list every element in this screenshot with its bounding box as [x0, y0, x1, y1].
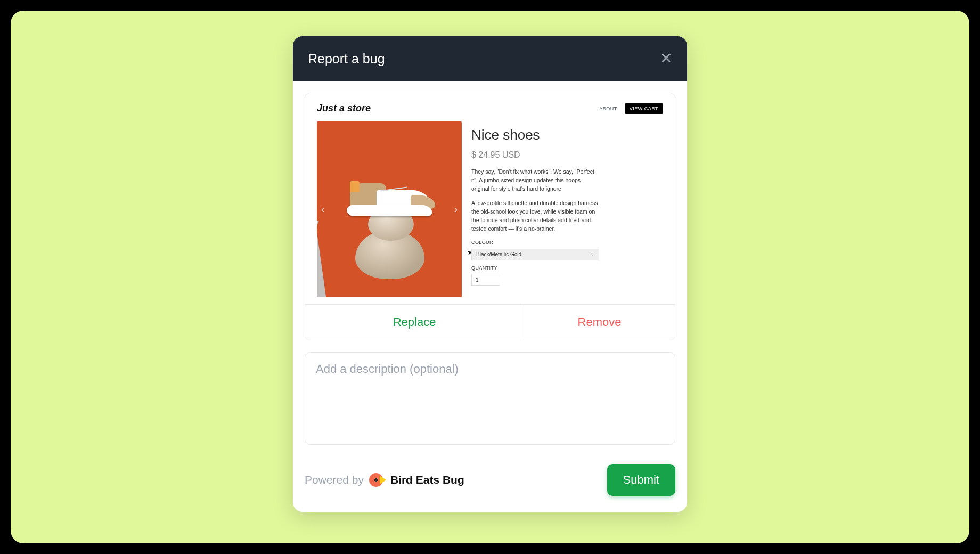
powered-by: Powered by Bird Eats Bug: [305, 473, 464, 487]
quantity-label: QUANTITY: [471, 265, 663, 272]
view-cart-button: VIEW CART: [625, 103, 663, 114]
product-details: Nice shoes $ 24.95 USD They say, "Don't …: [471, 121, 663, 297]
chevron-down-icon: ⌄: [590, 251, 594, 258]
preview-nav: ABOUT VIEW CART: [599, 103, 663, 114]
product-description-2: A low-profile silhouette and durable des…: [471, 199, 599, 233]
colour-label: COLOUR: [471, 239, 663, 247]
quantity-input: 1: [471, 274, 500, 286]
modal-footer: Powered by Bird Eats Bug Submit: [305, 464, 675, 496]
colour-select: Black/Metallic Gold ⌄: [471, 249, 599, 260]
screenshot-actions: Replace Remove: [305, 304, 675, 340]
modal-title: Report a bug: [308, 51, 385, 67]
bird-eats-bug-icon: [369, 473, 385, 487]
chevron-right-icon: ›: [454, 204, 458, 215]
screenshot-card: Just a store ABOUT VIEW CART: [305, 93, 675, 340]
submit-button[interactable]: Submit: [607, 464, 675, 496]
powered-by-label: Powered by: [305, 474, 364, 486]
preview-body: ‹ › Nice shoes $ 24.95 USD They say, "Do…: [317, 121, 663, 297]
stage-background: Report a bug ✕ Just a store ABOUT VIEW C…: [11, 11, 969, 543]
colour-value: Black/Metallic Gold: [476, 250, 521, 258]
bird-eats-bug-logo[interactable]: Bird Eats Bug: [369, 473, 464, 487]
brand-name: Bird Eats Bug: [390, 474, 464, 486]
screenshot-preview: Just a store ABOUT VIEW CART: [305, 93, 675, 304]
report-bug-modal: Report a bug ✕ Just a store ABOUT VIEW C…: [293, 36, 687, 512]
replace-button[interactable]: Replace: [305, 305, 524, 340]
modal-header: Report a bug ✕: [293, 36, 687, 81]
store-name: Just a store: [317, 103, 371, 114]
remove-button[interactable]: Remove: [524, 305, 675, 340]
description-box: [305, 352, 675, 445]
description-input[interactable]: [316, 362, 664, 435]
product-price: $ 24.95 USD: [471, 149, 663, 161]
about-link: ABOUT: [599, 106, 617, 111]
quantity-value: 1: [476, 276, 479, 284]
product-image: ‹ ›: [317, 121, 462, 297]
close-icon[interactable]: ✕: [660, 51, 672, 66]
product-description-1: They say, "Don't fix what works". We say…: [471, 168, 599, 193]
chevron-left-icon: ‹: [321, 204, 324, 215]
modal-body: Just a store ABOUT VIEW CART: [293, 81, 687, 512]
product-title: Nice shoes: [471, 125, 663, 145]
preview-header: Just a store ABOUT VIEW CART: [317, 103, 663, 114]
